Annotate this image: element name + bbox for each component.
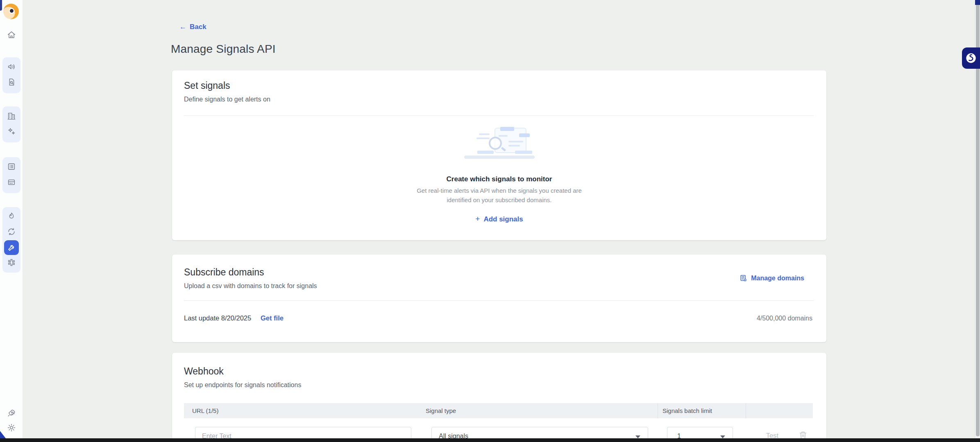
column-header-batch-limit: Signals batch limit bbox=[662, 407, 712, 414]
domains-quota-text: 4/500,000 domains bbox=[757, 315, 812, 322]
empty-state-illustration bbox=[172, 127, 826, 161]
window-edge-fragment bbox=[0, 0, 2, 11]
back-button[interactable]: ← Back bbox=[179, 23, 206, 31]
column-header-signal-type: Signal type bbox=[426, 407, 456, 414]
get-file-link[interactable]: Get file bbox=[261, 314, 284, 322]
left-sidebar bbox=[0, 0, 23, 442]
tools-wrench-active-tab[interactable] bbox=[4, 240, 19, 255]
workspace-logo-badge bbox=[9, 8, 14, 14]
report-list-icon[interactable] bbox=[7, 162, 16, 171]
empty-state-description-line2: identified on your subscribed domains. bbox=[172, 196, 826, 203]
webhook-table-header: URL (1/5) Signal type Signals batch limi… bbox=[184, 403, 813, 418]
subscribe-domains-title: Subscribe domains bbox=[184, 267, 264, 278]
back-label: Back bbox=[190, 23, 206, 31]
back-arrow-icon: ← bbox=[179, 23, 186, 31]
set-signals-card: Set signals Define signals to get alerts… bbox=[172, 70, 826, 240]
add-signals-button[interactable]: +Add signals bbox=[172, 214, 826, 223]
subscribe-domains-card: Subscribe domains Upload a csv with doma… bbox=[172, 255, 826, 342]
ai-sparkles-icon[interactable] bbox=[7, 127, 16, 136]
last-update-text: Last update 8/20/2025 bbox=[184, 314, 251, 322]
bottom-taskbar-edge bbox=[0, 438, 980, 442]
document-search-icon[interactable] bbox=[7, 78, 16, 87]
divider bbox=[184, 115, 814, 116]
chevron-down-icon bbox=[635, 435, 640, 438]
add-signals-label: Add signals bbox=[483, 215, 523, 223]
webhook-title: Webhook bbox=[184, 366, 224, 377]
similarweb-extension-tab[interactable] bbox=[962, 47, 980, 69]
rocket-icon[interactable] bbox=[7, 408, 16, 417]
divider bbox=[184, 300, 814, 301]
webhook-subtitle: Set up endpoints for signals notificatio… bbox=[184, 381, 301, 389]
home-icon[interactable] bbox=[7, 30, 16, 39]
column-separator bbox=[658, 403, 658, 418]
domain-list-icon bbox=[740, 274, 747, 282]
chevron-down-icon bbox=[720, 435, 725, 438]
webhook-card: Webhook Set up endpoints for signals not… bbox=[172, 353, 826, 442]
subscribe-domains-subtitle: Upload a csv with domains to track for s… bbox=[184, 282, 317, 290]
announcements-icon[interactable] bbox=[7, 62, 16, 71]
sync-refresh-icon[interactable] bbox=[7, 227, 16, 236]
empty-state-description-line1: Get real-time alerts via API when the si… bbox=[172, 187, 826, 194]
swirl-logo-icon bbox=[965, 52, 977, 64]
card-table-icon[interactable] bbox=[7, 178, 16, 187]
integrations-puzzle-icon[interactable] bbox=[7, 258, 16, 267]
plus-icon: + bbox=[475, 214, 480, 223]
window-edge-fragment bbox=[975, 0, 980, 5]
page-title: Manage Signals API bbox=[171, 43, 276, 56]
empty-state-title: Create which signals to monitor bbox=[172, 175, 826, 183]
set-signals-title: Set signals bbox=[184, 80, 230, 91]
set-signals-subtitle: Define signals to get alerts on bbox=[184, 96, 270, 103]
column-header-url: URL (1/5) bbox=[192, 407, 218, 414]
manage-domains-button[interactable]: Manage domains bbox=[740, 274, 804, 282]
settings-gear-icon[interactable] bbox=[7, 423, 16, 432]
manage-domains-label: Manage domains bbox=[751, 275, 804, 282]
trending-flame-icon[interactable] bbox=[7, 212, 16, 221]
column-separator bbox=[746, 403, 746, 418]
company-building-icon[interactable] bbox=[7, 111, 16, 120]
